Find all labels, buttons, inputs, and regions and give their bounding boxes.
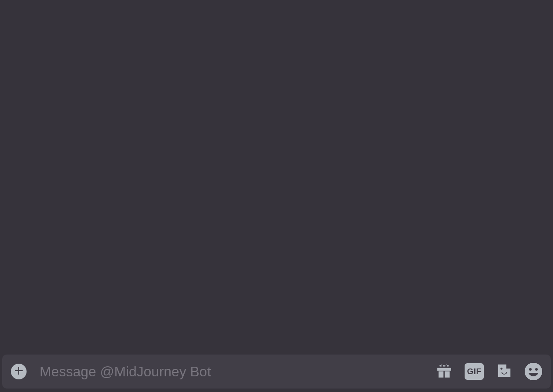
gif-button[interactable]: GIF <box>465 363 484 380</box>
gif-icon: GIF <box>465 363 484 380</box>
add-attachment-button[interactable] <box>11 364 27 379</box>
svg-point-1 <box>529 368 532 371</box>
message-input[interactable] <box>40 364 427 380</box>
sticker-button[interactable] <box>496 362 513 381</box>
emoji-icon <box>525 363 542 380</box>
input-actions-group: GIF <box>436 362 542 381</box>
chat-message-area <box>0 0 553 392</box>
svg-point-2 <box>535 368 538 371</box>
emoji-button[interactable] <box>525 363 542 380</box>
gif-label: GIF <box>467 367 481 376</box>
gift-button[interactable] <box>436 362 452 381</box>
gift-icon <box>436 362 452 381</box>
plus-circle-icon <box>13 365 24 378</box>
sticker-icon <box>496 362 513 381</box>
svg-point-0 <box>525 363 542 380</box>
message-input-bar: GIF <box>2 355 551 389</box>
